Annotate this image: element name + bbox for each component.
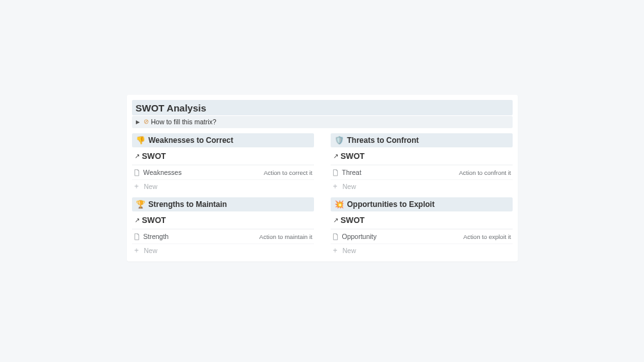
arrow-up-right-icon: ↗ (135, 153, 140, 160)
item-name: Strength (144, 233, 169, 240)
new-label: New (144, 247, 158, 254)
swot-link-label: SWOT (142, 216, 167, 225)
swot-link-label: SWOT (341, 152, 365, 161)
item-action: Action to maintain it (260, 233, 313, 240)
quadrant-header[interactable]: 🛡️ Threats to Confront (331, 133, 513, 147)
quadrant-opportunities: 💥 Opportunities to Exploit ↗ SWOT Opport… (331, 197, 513, 256)
page-title: SWOT Analysis (136, 103, 509, 113)
new-label: New (343, 183, 356, 190)
quadrant-title: Weaknesses to Correct (149, 136, 234, 145)
trophy-icon: 🏆 (136, 201, 145, 208)
swot-database-link[interactable]: ↗ SWOT (331, 150, 513, 165)
shield-icon: 🛡️ (334, 136, 344, 144)
callout-collapsed[interactable]: ▶ ⊘ How to fill this matrix? (132, 116, 513, 128)
toggle-triangle-icon[interactable]: ▶ (136, 119, 141, 125)
quadrant-header[interactable]: 🏆 Strengths to Maintain (132, 197, 314, 211)
quadrant-header[interactable]: 💥 Opportunities to Exploit (331, 197, 513, 211)
plus-icon: + (133, 247, 140, 254)
collision-icon: 💥 (334, 201, 344, 208)
plus-icon: + (133, 183, 140, 190)
swot-database-link[interactable]: ↗ SWOT (132, 214, 314, 229)
new-row-button[interactable]: + New (331, 244, 513, 256)
item-action: Action to exploit it (463, 233, 511, 240)
page-icon (133, 233, 140, 240)
item-action: Action to correct it (263, 169, 312, 176)
swot-card: SWOT Analysis ▶ ⊘ How to fill this matri… (127, 95, 518, 261)
new-label: New (144, 183, 158, 190)
swot-database-link[interactable]: ↗ SWOT (331, 214, 513, 229)
new-row-button[interactable]: + New (132, 244, 314, 256)
plus-icon: + (332, 183, 339, 190)
arrow-up-right-icon: ↗ (135, 217, 140, 224)
prohibited-icon: ⊘ (144, 119, 149, 125)
item-name: Weaknesses (144, 169, 182, 176)
item-action: Action to confront it (459, 169, 511, 176)
page-icon (332, 233, 339, 240)
table-row[interactable]: Opportunity Action to exploit it (331, 229, 513, 244)
quadrant-header[interactable]: 👎 Weaknesses to Correct (132, 133, 314, 147)
swot-link-label: SWOT (142, 152, 167, 161)
arrow-up-right-icon: ↗ (333, 153, 338, 160)
swot-grid: 👎 Weaknesses to Correct ↗ SWOT Weaknesse… (132, 133, 513, 256)
quadrant-title: Threats to Confront (347, 136, 419, 145)
quadrant-title: Opportunities to Exploit (347, 200, 435, 209)
table-row[interactable]: Threat Action to confront it (331, 165, 513, 180)
item-name: Opportunity (342, 233, 377, 240)
page-icon (332, 169, 339, 176)
thumbs-down-icon: 👎 (136, 136, 145, 144)
new-row-button[interactable]: + New (132, 180, 314, 192)
arrow-up-right-icon: ↗ (333, 217, 338, 224)
swot-database-link[interactable]: ↗ SWOT (132, 150, 314, 165)
item-name: Threat (342, 169, 361, 176)
new-label: New (343, 247, 356, 254)
title-bar: SWOT Analysis (132, 100, 513, 115)
quadrant-weaknesses: 👎 Weaknesses to Correct ↗ SWOT Weaknesse… (132, 133, 314, 192)
table-row[interactable]: Weaknesses Action to correct it (132, 165, 314, 180)
new-row-button[interactable]: + New (331, 180, 513, 192)
quadrant-strengths: 🏆 Strengths to Maintain ↗ SWOT Strength … (132, 197, 314, 256)
quadrant-threats: 🛡️ Threats to Confront ↗ SWOT Threat Act… (331, 133, 513, 192)
callout-text: How to fill this matrix? (151, 118, 217, 126)
plus-icon: + (332, 247, 339, 254)
quadrant-title: Strengths to Maintain (149, 200, 227, 209)
swot-link-label: SWOT (341, 216, 365, 225)
table-row[interactable]: Strength Action to maintain it (132, 229, 314, 244)
page-icon (133, 169, 140, 176)
